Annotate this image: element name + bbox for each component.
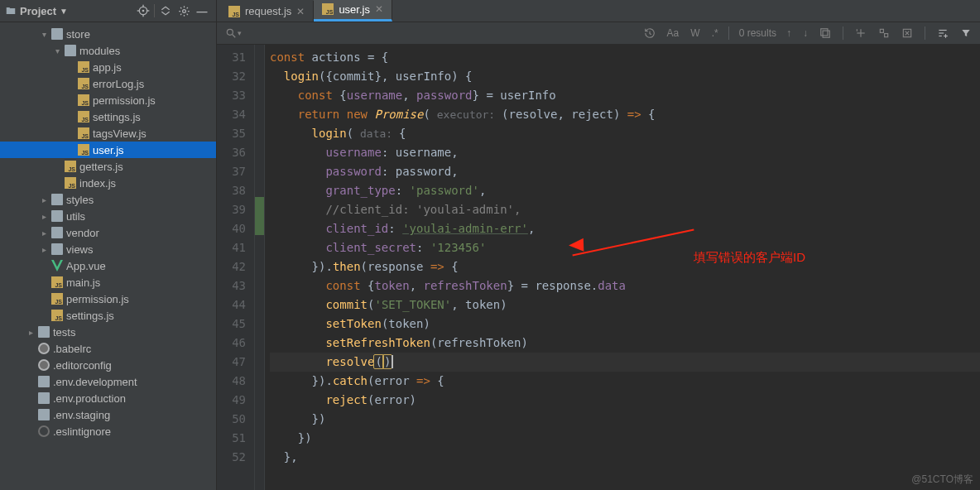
close-icon[interactable]: ✕ [375, 3, 383, 15]
tree-item[interactable]: App.vue [0, 257, 216, 274]
next-match-icon[interactable]: ↓ [803, 27, 808, 39]
code-line[interactable]: }) [270, 410, 980, 429]
code-line[interactable]: return new Promise( executor: (resolve, … [270, 105, 980, 124]
tree-item[interactable]: JSsettings.js [0, 108, 216, 125]
words-icon[interactable]: W [690, 27, 699, 39]
line-number[interactable]: 39 [217, 200, 254, 219]
tree-item[interactable]: JSpermission.js [0, 92, 216, 108]
tree-item[interactable]: ▾store [0, 26, 216, 42]
tree-item[interactable]: .env.production [0, 390, 216, 406]
code-line[interactable]: login({commit}, userInfo) { [270, 67, 980, 86]
tree-item[interactable]: JSgetters.js [0, 158, 216, 175]
project-dropdown[interactable]: Project ▼ [5, 5, 68, 17]
tree-item[interactable]: JSapp.js [0, 59, 216, 75]
select-all-icon[interactable] [819, 27, 831, 39]
tree-item[interactable]: JSsettings.js [0, 307, 216, 324]
tree-item[interactable]: ▸vendor [0, 224, 216, 241]
line-number[interactable]: 37 [217, 162, 254, 181]
prev-match-icon[interactable]: ↑ [786, 27, 791, 39]
expand-arrow-icon[interactable]: ▸ [40, 245, 48, 254]
line-number[interactable]: 32 [217, 67, 254, 86]
code-line[interactable]: commit('SET_TOKEN', token) [270, 295, 980, 315]
line-number[interactable]: 46 [217, 334, 254, 353]
code-line[interactable]: password: password, [270, 162, 980, 181]
code-line[interactable]: reject(error) [270, 391, 980, 410]
add-selection-icon[interactable] [855, 27, 867, 39]
regex-icon[interactable]: .* [712, 27, 718, 39]
line-number[interactable]: 33 [217, 86, 254, 105]
line-number[interactable]: 36 [217, 143, 254, 162]
line-number[interactable]: 38 [217, 181, 254, 200]
search-input[interactable] [252, 27, 417, 40]
line-number[interactable]: 43 [217, 276, 254, 295]
tree-item[interactable]: ▾modules [0, 42, 216, 59]
line-number[interactable]: 49 [217, 391, 254, 410]
code-line[interactable]: const {token, refreshToken} = response.d… [270, 276, 980, 295]
code-line[interactable]: const actions = { [270, 48, 980, 67]
select-occurrences-icon[interactable] [878, 27, 890, 39]
expand-arrow-icon[interactable]: ▾ [53, 46, 61, 55]
line-number[interactable]: 51 [217, 429, 254, 448]
tree-item[interactable]: JSuser.js [0, 142, 216, 158]
line-number[interactable]: 40 [217, 219, 254, 238]
tree-item[interactable]: .env.staging [0, 406, 216, 423]
editor-tab[interactable]: JSrequest.js✕ [220, 1, 314, 22]
history-icon[interactable] [644, 27, 656, 39]
code-line[interactable]: grant_type: 'password', [270, 181, 980, 200]
line-number[interactable]: 41 [217, 238, 254, 257]
editor-tab[interactable]: JSuser.js✕ [314, 0, 392, 22]
line-number[interactable]: 31 [217, 48, 254, 67]
code-content[interactable]: const actions = { login({commit}, userIn… [265, 45, 980, 490]
expand-arrow-icon[interactable]: ▸ [40, 195, 48, 204]
expand-icon[interactable] [156, 2, 175, 20]
search-icon[interactable]: ▾ [225, 27, 242, 39]
tree-item[interactable]: .babelrc [0, 340, 216, 357]
code-line[interactable]: //client_id: 'youlai-admin', [270, 200, 980, 219]
code-line[interactable]: }).catch(error => { [270, 372, 980, 391]
line-number[interactable]: 44 [217, 295, 254, 315]
close-icon[interactable]: ✕ [296, 6, 305, 17]
remove-occurrence-icon[interactable] [901, 27, 913, 39]
code-line[interactable]: }, [270, 448, 980, 467]
line-gutter[interactable]: 3132333435363738394041424344454647484950… [217, 45, 255, 490]
target-icon[interactable] [134, 2, 152, 20]
tree-item[interactable]: JSerrorLog.js [0, 75, 216, 92]
tree-item[interactable]: JSmain.js [0, 274, 216, 291]
match-case-icon[interactable]: Aa [667, 27, 680, 39]
expand-arrow-icon[interactable]: ▸ [40, 228, 48, 238]
line-number[interactable]: 50 [217, 410, 254, 429]
code-line[interactable]: }).then(response => { [270, 257, 980, 276]
toggle-filter-icon[interactable] [937, 27, 949, 39]
filter-icon[interactable] [960, 27, 972, 39]
gear-icon[interactable] [175, 2, 193, 20]
line-number[interactable]: 48 [217, 372, 254, 391]
line-number[interactable]: 42 [217, 257, 254, 276]
expand-arrow-icon[interactable]: ▸ [26, 328, 35, 337]
tree-item[interactable]: ▸styles [0, 191, 216, 208]
line-number[interactable]: 52 [217, 448, 254, 467]
code-line[interactable]: setToken(token) [270, 315, 980, 334]
file-tree[interactable]: ▾store▾modulesJSapp.jsJSerrorLog.jsJSper… [0, 22, 216, 490]
code-line[interactable]: login( data: { [270, 124, 980, 143]
code-line[interactable]: resolve() [270, 353, 980, 372]
minimize-icon[interactable]: — [193, 2, 211, 20]
tree-item[interactable]: ▸tests [0, 324, 216, 340]
line-number[interactable]: 45 [217, 315, 254, 334]
expand-arrow-icon[interactable]: ▸ [40, 212, 48, 221]
line-number[interactable]: 34 [217, 105, 254, 124]
tree-item[interactable]: .eslintignore [0, 423, 216, 440]
code-line[interactable]: setRefreshToken(refreshToken) [270, 334, 980, 353]
tree-item[interactable]: ▸utils [0, 208, 216, 224]
code-line[interactable]: username: username, [270, 143, 980, 162]
tree-item[interactable]: ▸views [0, 241, 216, 257]
tree-item[interactable]: JSindex.js [0, 175, 216, 191]
tree-item[interactable]: JStagsView.js [0, 125, 216, 142]
line-number[interactable]: 35 [217, 124, 254, 143]
code-line[interactable]: }) [270, 429, 980, 448]
code-line[interactable]: const {username, password} = userInfo [270, 86, 980, 105]
tree-item[interactable]: .editorconfig [0, 357, 216, 373]
tree-item[interactable]: JSpermission.js [0, 291, 216, 307]
code-line[interactable]: client_id: 'youlai-admin-err', [270, 219, 980, 238]
tree-item[interactable]: .env.development [0, 373, 216, 390]
expand-arrow-icon[interactable]: ▾ [40, 30, 48, 39]
